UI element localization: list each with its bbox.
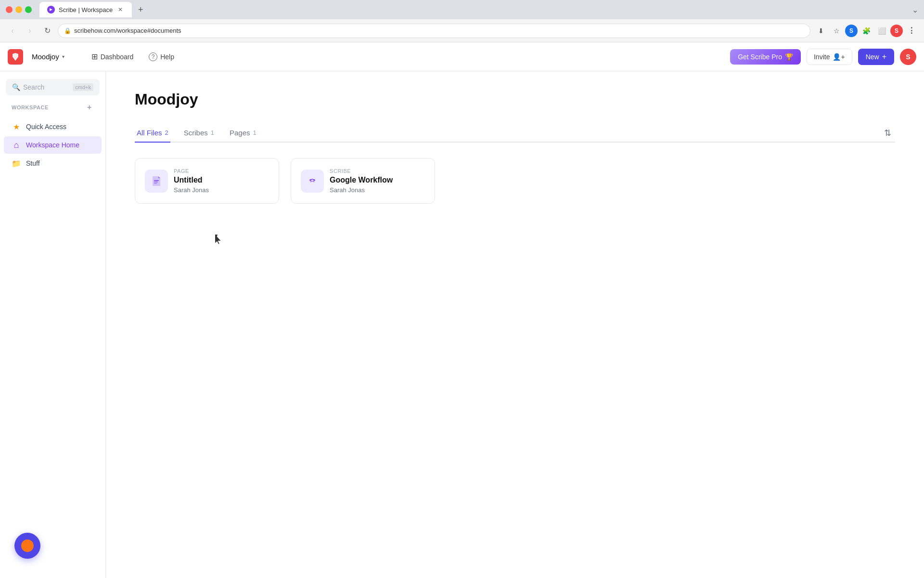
file-card-google-workflow[interactable]: SCRIBE Google Workflow Sarah Jonas bbox=[291, 158, 435, 204]
forward-button[interactable]: › bbox=[23, 24, 37, 38]
trophy-icon: 🏆 bbox=[785, 53, 793, 61]
browser-toolbar: ‹ › ↻ 🔒 scribehow.com/workspace#document… bbox=[0, 19, 924, 42]
help-label: Help bbox=[160, 53, 174, 61]
url-text: scribehow.com/workspace#documents bbox=[74, 27, 181, 34]
sort-button[interactable]: ⇅ bbox=[880, 125, 895, 141]
close-window-button[interactable] bbox=[6, 6, 13, 13]
browser-titlebar: Scribe | Workspace ✕ + ⌄ bbox=[0, 0, 924, 19]
download-icon[interactable]: ⬇ bbox=[814, 24, 828, 38]
file-card-meta-1: PAGE Untitled Sarah Jonas bbox=[174, 168, 209, 194]
star-icon: ★ bbox=[12, 122, 21, 131]
bottom-widget-inner-icon bbox=[21, 539, 34, 552]
search-placeholder: Search bbox=[23, 83, 70, 91]
invite-label: Invite bbox=[814, 53, 830, 61]
extensions-icon[interactable]: 🧩 bbox=[860, 24, 873, 38]
browser-window: Scribe | Workspace ✕ + ⌄ ‹ › ↻ 🔒 scribeh… bbox=[0, 0, 924, 578]
workspace-chevron-icon: ▾ bbox=[62, 54, 64, 59]
tab-scribes-count: 1 bbox=[211, 129, 214, 136]
logo-area: Moodjoy ▾ bbox=[8, 49, 69, 65]
chrome-account-button[interactable]: S bbox=[890, 25, 903, 37]
workspace-name: Moodjoy bbox=[32, 53, 59, 61]
back-button[interactable]: ‹ bbox=[6, 24, 19, 38]
sidebar-item-quick-access[interactable]: ★ Quick Access bbox=[4, 118, 102, 135]
tab-pages-label: Pages bbox=[230, 129, 250, 137]
header-right: Get Scribe Pro 🏆 Invite 👤+ New + S bbox=[730, 49, 916, 65]
tab-close-button[interactable]: ✕ bbox=[116, 6, 124, 13]
refresh-button[interactable]: ↻ bbox=[40, 24, 54, 38]
svg-point-5 bbox=[313, 179, 315, 181]
file-card-header-2: SCRIBE Google Workflow Sarah Jonas bbox=[301, 168, 425, 194]
file-card-header-1: PAGE Untitled Sarah Jonas bbox=[145, 168, 269, 194]
help-button[interactable]: ? Help bbox=[142, 49, 181, 65]
invite-button[interactable]: Invite 👤+ bbox=[807, 49, 852, 65]
tab-pages[interactable]: Pages 1 bbox=[228, 124, 258, 143]
app-logo bbox=[8, 49, 23, 65]
bottom-widget-button[interactable] bbox=[14, 533, 40, 559]
tab-all-files-label: All Files bbox=[137, 129, 162, 137]
app-header: Moodjoy ▾ ⊞ Dashboard ? Help Get Scribe … bbox=[0, 42, 924, 71]
file-name-1: Untitled bbox=[174, 176, 209, 184]
search-icon: 🔍 bbox=[12, 83, 20, 91]
sidebar-toggle-icon[interactable]: ⬜ bbox=[875, 24, 888, 38]
workspace-selector[interactable]: Moodjoy ▾ bbox=[27, 50, 69, 64]
dashboard-label: Dashboard bbox=[101, 53, 134, 61]
sidebar-add-button[interactable]: + bbox=[85, 103, 94, 112]
sidebar-item-stuff[interactable]: 📁 Stuff bbox=[4, 155, 102, 172]
sidebar: 🔍 Search cmd+k WORKSPACE + ★ Quick Acces… bbox=[0, 71, 106, 578]
workspace-title: Moodjoy bbox=[135, 91, 895, 108]
tab-all-files-count: 2 bbox=[165, 129, 168, 136]
svg-rect-0 bbox=[154, 180, 159, 181]
dashboard-button[interactable]: ⊞ Dashboard bbox=[85, 48, 141, 65]
toolbar-icons: ⬇ ☆ S 🧩 ⬜ S ⋮ bbox=[814, 24, 918, 38]
address-bar[interactable]: 🔒 scribehow.com/workspace#documents bbox=[58, 24, 810, 38]
files-grid: PAGE Untitled Sarah Jonas bbox=[135, 158, 895, 204]
active-tab[interactable]: Scribe | Workspace ✕ bbox=[39, 2, 132, 17]
sidebar-item-label-stuff: Stuff bbox=[26, 159, 40, 167]
content-area: Moodjoy All Files 2 Scribes 1 Pages 1 bbox=[106, 71, 924, 578]
traffic-lights bbox=[6, 6, 32, 13]
tab-pages-count: 1 bbox=[253, 129, 257, 136]
sidebar-section-label: WORKSPACE + bbox=[4, 103, 102, 112]
new-label: New bbox=[866, 53, 879, 61]
user-avatar[interactable]: S bbox=[900, 49, 916, 65]
file-card-untitled[interactable]: PAGE Untitled Sarah Jonas bbox=[135, 158, 279, 204]
help-circle-icon: ? bbox=[149, 53, 157, 61]
sidebar-item-workspace-home[interactable]: ⌂ Workspace Home bbox=[4, 136, 102, 154]
search-shortcut: cmd+k bbox=[73, 83, 93, 91]
sidebar-item-label-quick-access: Quick Access bbox=[26, 123, 66, 131]
file-author-2: Sarah Jonas bbox=[330, 186, 393, 194]
new-button[interactable]: New + bbox=[858, 49, 894, 65]
tab-favicon bbox=[47, 6, 55, 13]
minimize-window-button[interactable] bbox=[15, 6, 22, 13]
header-nav: ⊞ Dashboard ? Help bbox=[85, 48, 181, 65]
svg-point-4 bbox=[309, 179, 311, 181]
folder-icon: 📁 bbox=[12, 158, 21, 168]
file-name-2: Google Workflow bbox=[330, 176, 393, 184]
home-icon: ⌂ bbox=[12, 140, 21, 150]
tab-scribes[interactable]: Scribes 1 bbox=[182, 124, 216, 143]
sort-icon: ⇅ bbox=[884, 128, 891, 138]
main-body: 🔍 Search cmd+k WORKSPACE + ★ Quick Acces… bbox=[0, 71, 924, 578]
more-options-button[interactable]: ⋮ bbox=[905, 24, 918, 38]
file-type-2: SCRIBE bbox=[330, 168, 393, 174]
tab-bar: Scribe | Workspace ✕ + bbox=[39, 2, 147, 17]
maximize-window-button[interactable] bbox=[25, 6, 32, 13]
user-add-icon: 👤+ bbox=[833, 53, 845, 61]
search-box[interactable]: 🔍 Search cmd+k bbox=[6, 79, 100, 95]
get-pro-label: Get Scribe Pro bbox=[738, 53, 782, 61]
svg-rect-1 bbox=[154, 182, 158, 183]
app-container: Moodjoy ▾ ⊞ Dashboard ? Help Get Scribe … bbox=[0, 42, 924, 578]
get-pro-button[interactable]: Get Scribe Pro 🏆 bbox=[730, 49, 801, 65]
new-tab-button[interactable]: + bbox=[134, 3, 147, 16]
sidebar-item-label-workspace-home: Workspace Home bbox=[26, 141, 79, 149]
window-expand-button[interactable]: ⌄ bbox=[912, 5, 918, 14]
scribe-file-icon bbox=[301, 170, 324, 193]
bookmark-icon[interactable]: ☆ bbox=[830, 24, 843, 38]
chrome-profile-button[interactable]: S bbox=[845, 25, 858, 37]
dashboard-grid-icon: ⊞ bbox=[91, 52, 98, 61]
tab-all-files[interactable]: All Files 2 bbox=[135, 124, 170, 143]
tab-scribes-label: Scribes bbox=[184, 129, 208, 137]
lock-icon: 🔒 bbox=[64, 27, 71, 34]
file-card-meta-2: SCRIBE Google Workflow Sarah Jonas bbox=[330, 168, 393, 194]
tabs-bar: All Files 2 Scribes 1 Pages 1 ⇅ bbox=[135, 124, 895, 143]
